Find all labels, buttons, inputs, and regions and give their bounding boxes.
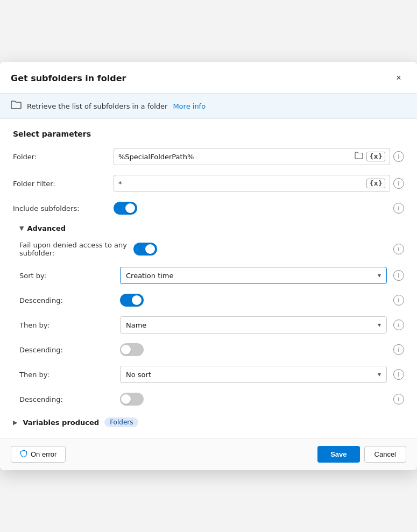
variables-chevron-icon: ▶ [13,419,17,426]
then-by1-select[interactable]: Name ▾ [120,316,387,334]
then-by2-value: No sort [126,371,151,379]
then-by1-info-icon[interactable]: i [393,320,404,330]
then-by1-row: Then by: Name ▾ i [19,316,404,334]
content-area: Select parameters Folder: %SpecialFolder… [0,119,417,438]
then-by1-label: Then by: [19,321,114,329]
folder-control: %SpecialFolderPath% {x} i [114,148,404,165]
include-subfolders-toggle[interactable] [114,202,137,215]
descending3-toggle[interactable] [120,393,144,406]
descending1-control [120,294,387,307]
advanced-chevron-icon: ▼ [19,225,24,232]
then-by1-chevron-icon: ▾ [378,321,381,329]
save-button[interactable]: Save [317,446,359,463]
advanced-section: ▼ Advanced Fail upon denied access to an… [13,224,404,406]
variables-produced-row[interactable]: ▶ Variables produced Folders [13,415,404,427]
section-title: Select parameters [13,130,404,138]
sort-by-value: Creation time [126,272,174,280]
folder-filter-value: * [118,180,122,188]
folder-input[interactable]: %SpecialFolderPath% {x} [114,148,390,165]
sort-by-row: Sort by: Creation time ▾ i [19,267,404,284]
on-error-button[interactable]: On error [11,446,66,463]
then-by1-value: Name [126,321,146,329]
shield-icon [20,450,27,459]
then-by2-select[interactable]: No sort ▾ [120,366,387,383]
dialog-title: Get subfolders in folder [11,73,126,83]
folder-filter-input[interactable]: * {x} [114,175,390,192]
folder-row: Folder: %SpecialFolderPath% {x} i [13,148,404,165]
title-bar: Get subfolders in folder × [0,62,417,94]
more-info-link[interactable]: More info [173,102,206,110]
folder-value: %SpecialFolderPath% [118,153,194,161]
dialog: Get subfolders in folder × Retrieve the … [0,62,417,470]
then-by1-control: Name ▾ [120,316,387,334]
sort-by-info-icon[interactable]: i [393,270,404,281]
sort-by-chevron-icon: ▾ [378,272,381,279]
descending3-control [120,393,387,406]
descending2-info-icon[interactable]: i [393,344,404,355]
variables-label: Variables produced [23,418,99,427]
sort-by-control: Creation time ▾ [120,267,387,284]
folder-filter-label: Folder filter: [13,180,107,188]
include-subfolders-label: Include subfolders: [13,204,107,212]
fail-toggle[interactable] [133,243,157,256]
folder-info-icon [11,100,22,112]
include-subfolders-row: Include subfolders: i [13,202,404,215]
descending3-info-icon[interactable]: i [393,394,404,405]
advanced-label: Advanced [27,224,66,232]
folder-label: Folder: [13,153,107,161]
then-by2-chevron-icon: ▾ [378,371,381,378]
include-subfolders-info-icon[interactable]: i [393,203,404,214]
advanced-header[interactable]: ▼ Advanced [19,224,404,232]
descending1-row: Descending: i [19,294,404,307]
include-subfolders-control [114,202,387,215]
descending1-info-icon[interactable]: i [393,295,404,306]
folder-filter-info-icon[interactable]: i [393,178,404,189]
variables-badge: Folders [104,417,138,427]
descending1-label: Descending: [19,296,114,304]
sort-by-select[interactable]: Creation time ▾ [120,267,387,284]
folder-filter-row: Folder filter: * {x} i [13,175,404,192]
info-banner: Retrieve the list of subfolders in a fol… [0,94,417,119]
fail-control [133,243,387,256]
folder-filter-control: * {x} i [114,175,404,192]
footer: On error Save Cancel [0,438,417,470]
descending1-toggle[interactable] [120,294,144,307]
folder-info-icon[interactable]: i [393,151,404,162]
footer-actions: Save Cancel [317,446,406,463]
fail-info-icon[interactable]: i [393,244,404,254]
fail-label: Fail upon denied access to any subfolder… [19,241,127,257]
on-error-label: On error [31,450,56,458]
descending3-row: Descending: i [19,393,404,406]
descending2-row: Descending: i [19,343,404,356]
fail-row: Fail upon denied access to any subfolder… [19,241,404,257]
banner-text: Retrieve the list of subfolders in a fol… [27,102,167,110]
cancel-button[interactable]: Cancel [364,446,406,463]
descending2-toggle[interactable] [120,343,144,356]
sort-by-label: Sort by: [19,272,114,280]
folder-filter-var-icon[interactable]: {x} [366,179,385,188]
close-button[interactable]: × [391,70,406,86]
then-by2-row: Then by: No sort ▾ i [19,366,404,383]
descending2-label: Descending: [19,346,114,354]
descending2-control [120,343,387,356]
browse-folder-icon[interactable] [354,152,364,161]
folder-var-icon[interactable]: {x} [366,152,385,161]
then-by2-info-icon[interactable]: i [393,369,404,380]
then-by2-label: Then by: [19,371,114,379]
then-by2-control: No sort ▾ [120,366,387,383]
descending3-label: Descending: [19,395,114,403]
